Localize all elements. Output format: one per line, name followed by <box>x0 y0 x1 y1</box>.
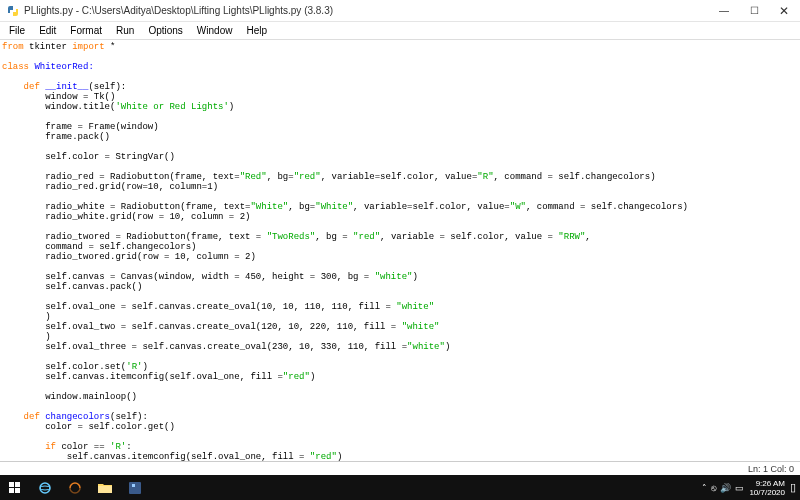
clock-date: 10/7/2020 <box>749 488 785 497</box>
taskbar-app-1[interactable] <box>30 475 60 500</box>
menu-format[interactable]: Format <box>63 23 109 38</box>
svg-rect-1 <box>15 482 20 487</box>
tray-chevron-icon[interactable]: ˄ <box>702 483 707 493</box>
code-editor[interactable]: from tkinter import * class WhiteorRed: … <box>0 40 800 461</box>
status-position: Ln: 1 Col: 0 <box>748 464 794 474</box>
window-title: PLlights.py - C:\Users\Aditya\Desktop\Li… <box>24 5 716 16</box>
menu-window[interactable]: Window <box>190 23 240 38</box>
menubar: File Edit Format Run Options Window Help <box>0 22 800 40</box>
taskbar-file-explorer[interactable] <box>90 475 120 500</box>
clock-time: 9:26 AM <box>749 479 785 488</box>
wifi-icon[interactable]: ⎋ <box>711 483 716 493</box>
app-icon <box>6 4 20 18</box>
close-button[interactable]: ✕ <box>776 3 792 19</box>
svg-rect-7 <box>129 482 141 494</box>
menu-run[interactable]: Run <box>109 23 141 38</box>
window-controls: — ☐ ✕ <box>716 3 794 19</box>
taskbar-left <box>0 475 150 500</box>
svg-point-5 <box>40 486 50 490</box>
taskbar-app-2[interactable] <box>60 475 90 500</box>
svg-rect-3 <box>15 488 20 493</box>
system-tray: ˄ ⎋ 🔊 ▭ 9:26 AM 10/7/2020 ▯ <box>702 479 800 497</box>
notification-icon[interactable]: ▯ <box>790 481 796 494</box>
svg-rect-0 <box>9 482 14 487</box>
menu-file[interactable]: File <box>2 23 32 38</box>
taskbar-app-3[interactable] <box>120 475 150 500</box>
taskbar: ˄ ⎋ 🔊 ▭ 9:26 AM 10/7/2020 ▯ <box>0 475 800 500</box>
taskbar-clock[interactable]: 9:26 AM 10/7/2020 <box>749 479 785 497</box>
titlebar: PLlights.py - C:\Users\Aditya\Desktop\Li… <box>0 0 800 22</box>
maximize-button[interactable]: ☐ <box>746 3 762 19</box>
volume-icon[interactable]: 🔊 <box>720 483 731 493</box>
battery-icon[interactable]: ▭ <box>735 483 744 493</box>
menu-edit[interactable]: Edit <box>32 23 63 38</box>
idle-window: PLlights.py - C:\Users\Aditya\Desktop\Li… <box>0 0 800 475</box>
statusbar: Ln: 1 Col: 0 <box>0 461 800 475</box>
start-button[interactable] <box>0 475 30 500</box>
minimize-button[interactable]: — <box>716 3 732 19</box>
tray-icons[interactable]: ˄ ⎋ 🔊 ▭ <box>702 483 744 493</box>
svg-rect-6 <box>98 486 112 493</box>
svg-rect-2 <box>9 488 14 493</box>
svg-point-4 <box>40 483 50 493</box>
menu-options[interactable]: Options <box>141 23 189 38</box>
menu-help[interactable]: Help <box>239 23 274 38</box>
